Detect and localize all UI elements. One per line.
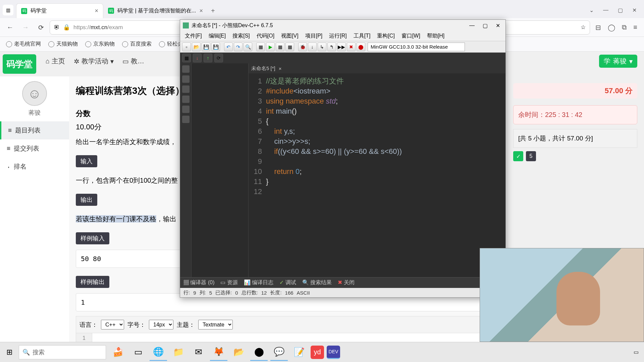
compiler-select[interactable]: MinGW GCC10.3.0 32-bit Release — [368, 43, 465, 51]
class-browser-icon[interactable]: ▦ — [182, 54, 191, 62]
shield-icon[interactable]: ⛨ — [54, 24, 60, 31]
tray-keyboard-icon[interactable]: ▭ — [634, 349, 639, 355]
folder-icon[interactable]: 📂 — [230, 344, 248, 361]
redo-icon[interactable]: ↷ — [234, 43, 243, 51]
avatar[interactable]: ☺ — [22, 81, 47, 106]
sidebar-item-problems[interactable]: ≡题目列表 — [0, 121, 69, 139]
step-over-icon[interactable]: ↓ — [308, 43, 317, 51]
taskview-icon[interactable]: ▭ — [129, 344, 147, 361]
browser-tab-2[interactable]: 码 码学堂 | 基于混合增强智能的在... × — [103, 3, 208, 18]
close-icon[interactable]: × — [199, 7, 203, 14]
save-all-icon[interactable]: 💾 — [211, 43, 220, 51]
menu-window[interactable]: 窗口[W] — [399, 32, 423, 40]
start-button[interactable]: ⊞ — [0, 342, 19, 362]
files-icon[interactable] — [182, 65, 190, 73]
window-minimize-icon[interactable]: — — [603, 7, 608, 13]
close-icon[interactable]: × — [95, 7, 98, 14]
close-icon[interactable]: ✕ — [496, 22, 500, 29]
compile-icon[interactable]: ▦ — [256, 43, 265, 51]
bookmark-item[interactable]: 京东购物 — [85, 41, 115, 48]
sort-icon[interactable]: ↑ — [204, 54, 212, 62]
firefox-icon[interactable]: 🦊 — [210, 344, 227, 361]
sidebar-item-submissions[interactable]: ≡提交列表 — [0, 139, 69, 158]
menu-refactor[interactable]: 重构[C] — [374, 32, 397, 40]
question-number[interactable]: 5 — [526, 151, 536, 161]
tab-resources[interactable]: ▭ 资源 — [220, 279, 237, 286]
bookmark-star-icon[interactable]: ☆ — [581, 24, 586, 31]
menu-run[interactable]: 运行[R] — [326, 32, 349, 40]
menu-project[interactable]: 项目[P] — [303, 32, 325, 40]
sidebar-item-ranking[interactable]: ⬪排名 — [0, 158, 69, 176]
tab-search-results[interactable]: 🔍 搜索结果 — [302, 279, 332, 286]
fontsize-select[interactable]: 14px — [149, 320, 173, 329]
edge-icon[interactable]: 🌐 — [150, 344, 167, 361]
language-select[interactable]: C++ — [101, 320, 124, 329]
menu-edit[interactable]: 编辑[E] — [206, 32, 229, 40]
youdao-icon[interactable]: yd — [311, 346, 324, 359]
bookmark-item[interactable]: 老毛桃官网 — [6, 41, 41, 48]
tab-dropdown-icon[interactable]: ⌄ — [589, 7, 594, 13]
step-out-icon[interactable]: ↰ — [327, 43, 336, 51]
browser-tab-1[interactable]: 码 码学堂 × — [16, 3, 103, 18]
tab-compiler[interactable]: ▦ 编译器 (0) — [183, 279, 214, 286]
find-icon[interactable]: 🔍 — [244, 43, 252, 51]
refresh-icon[interactable]: ⟳ — [214, 54, 223, 62]
obs-icon[interactable]: ⬤ — [250, 344, 268, 361]
sort-icon[interactable]: ↓ — [193, 54, 202, 62]
bookmark-item[interactable]: 天猫购物 — [48, 41, 78, 48]
open-icon[interactable]: 📂 — [192, 43, 201, 51]
run-icon[interactable]: ▶ — [266, 43, 275, 51]
new-file-icon[interactable]: ▫ — [182, 43, 191, 51]
bookmark-icon[interactable] — [182, 96, 190, 103]
site-logo[interactable]: 码学堂 — [3, 54, 36, 74]
nav-teaching[interactable]: ✲ 教学活动 ▾ — [74, 57, 114, 66]
explorer-icon[interactable]: 📁 — [170, 344, 187, 361]
class-icon[interactable] — [182, 75, 190, 83]
mail-icon[interactable]: ✉ — [190, 344, 207, 361]
close-tab-icon[interactable]: × — [279, 66, 282, 71]
stop-icon[interactable]: ✖ — [347, 43, 356, 51]
ide-titlebar[interactable]: 未命名5 [*] - 小熊猫Dev-C++ 6.7.5 — ▢ ✕ — [180, 20, 505, 31]
window-maximize-icon[interactable]: ▢ — [618, 7, 623, 13]
watch-icon[interactable] — [182, 85, 190, 93]
account-icon[interactable]: ◯ — [608, 23, 615, 32]
code-editor[interactable]: 123456789101112 //这是蒋老师的练习文件 #include<io… — [249, 73, 505, 277]
compile-run-icon[interactable]: ▦ — [276, 43, 284, 51]
minimize-icon[interactable]: — — [469, 22, 475, 29]
devcpp-icon[interactable]: DEV — [327, 346, 340, 359]
tab-compile-log[interactable]: 📊 编译日志 — [244, 279, 273, 286]
debug-icon[interactable]: 🐞 — [298, 43, 307, 51]
undo-icon[interactable]: ↶ — [224, 43, 233, 51]
continue-icon[interactable]: ▶▶ — [337, 43, 346, 51]
lock-icon[interactable]: 🔒 — [63, 24, 70, 31]
rebuild-icon[interactable]: ▦ — [285, 43, 294, 51]
recent-tabs-button[interactable]: ▥ — [3, 5, 13, 15]
menu-search[interactable]: 搜索[S] — [230, 32, 253, 40]
tab-close[interactable]: ✖ 关闭 — [338, 279, 354, 286]
bookmark-item[interactable]: 百度搜索 — [122, 41, 152, 48]
file-tab[interactable]: 未命名5 [*] — [251, 65, 275, 72]
structure-icon[interactable] — [182, 106, 190, 113]
menu-help[interactable]: 帮助[H] — [424, 32, 447, 40]
maximize-icon[interactable]: ▢ — [483, 22, 488, 29]
menu-tools[interactable]: 工具[T] — [351, 32, 373, 40]
menu-file[interactable]: 文件[F] — [182, 32, 205, 40]
menu-code[interactable]: 代码[O] — [254, 32, 277, 40]
taskbar-app[interactable]: 🍰 — [109, 344, 127, 361]
save-icon[interactable]: 💾 — [202, 43, 210, 51]
taskbar-search[interactable]: 🔍 搜索 — [19, 345, 106, 359]
window-close-icon[interactable]: ✕ — [632, 7, 637, 13]
user-menu[interactable]: 学 蒋骏 ▾ — [599, 55, 637, 68]
new-tab-button[interactable]: + — [208, 5, 218, 16]
wechat-icon[interactable]: 💬 — [270, 344, 288, 361]
extensions-icon[interactable]: ⧉ — [622, 23, 627, 32]
notepad-icon[interactable]: 📝 — [290, 344, 308, 361]
step-into-icon[interactable]: ↳ — [318, 43, 326, 51]
clipboard-icon[interactable] — [182, 116, 190, 123]
pocket-icon[interactable]: ⊟ — [595, 23, 601, 32]
menu-view[interactable]: 视图[V] — [278, 32, 301, 40]
nav-course[interactable]: ▭ 教… — [122, 57, 144, 66]
back-button[interactable]: ← — [3, 21, 17, 34]
question-indicator[interactable]: ✓ — [513, 151, 523, 161]
menu-icon[interactable]: ≡ — [633, 23, 637, 32]
